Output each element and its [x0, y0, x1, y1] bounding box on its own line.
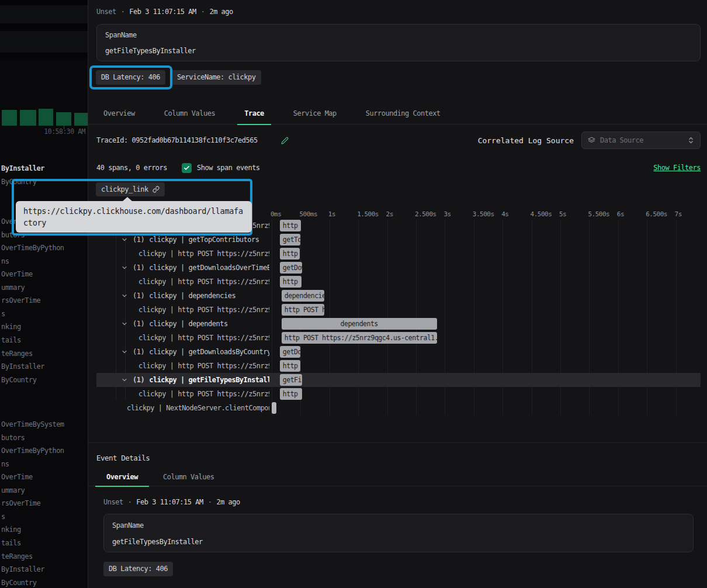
edit-trace-id-icon[interactable]	[281, 137, 289, 144]
correlated-log-source-label: Correlated Log Source	[478, 136, 574, 145]
span-duration-bar[interactable]: getDownloadsOverTimeBySystem	[280, 262, 303, 274]
background-span-item[interactable]: ByCountry	[1, 578, 37, 587]
background-span-item[interactable]: nking	[1, 322, 21, 331]
chevron-down-icon[interactable]	[121, 264, 129, 271]
background-span-item[interactable]: ns	[1, 257, 9, 266]
background-span-item[interactable]: rsOverTime	[1, 296, 40, 305]
span-duration-bar[interactable]: http POST https://z5nrz9qgc4.us-central1…	[280, 276, 302, 288]
background-span-item[interactable]: ByInstaller	[1, 565, 44, 574]
background-span-item[interactable]: OverTimeByPython	[1, 446, 64, 455]
span-duration-bar[interactable]: http POST https://z5nrz9qgc4.us-central1…	[282, 332, 437, 344]
span-duration-bar[interactable]: http POST https://z5nrz9qgc4.us-central1…	[280, 388, 302, 400]
span-row-name: (1)clickpy | dependencies	[96, 289, 269, 303]
db-latency-badge-bottom[interactable]: DB Latency: 406	[103, 562, 173, 576]
event-tab-overview[interactable]: Overview	[95, 469, 149, 486]
event-meta-footer: Unset · Feb 3 11:07:15 AM · 2m ago	[103, 497, 240, 507]
span-duration-bar[interactable]: getFileTypesByInstaller	[280, 374, 302, 386]
span-name-text: clickpy | http POST https://z5nrz9qgc4.u…	[138, 303, 269, 317]
span-row-name: clickpy | http POST https://z5nrz9qgc4.u…	[96, 303, 269, 317]
background-span-item[interactable]: ByInstaller	[1, 362, 44, 371]
chevron-down-icon[interactable]	[121, 292, 129, 299]
span-row[interactable]: (1)clickpy | dependenciesdependencies	[96, 289, 701, 303]
timeline-tick-label: 5.500s	[588, 210, 609, 218]
meta-separator: ·	[128, 497, 132, 507]
span-name-text: clickpy | getDownloadsOverTimeBySystem	[149, 261, 269, 275]
background-span-item[interactable]: OverTime	[1, 269, 33, 279]
tab-trace[interactable]: Trace	[237, 103, 271, 124]
timeline-tick-label: 1s	[328, 210, 335, 218]
span-row[interactable]: clickpy | http POST https://z5nrz9qgc4.u…	[96, 247, 701, 261]
span-name-text: clickpy | http POST https://z5nrz9qgc4.u…	[138, 359, 269, 373]
span-duration-bar[interactable]: http POST https://z5nrz9qgc4.us-central1…	[280, 360, 300, 372]
timeline-tick-label: 0ms	[271, 210, 281, 218]
tab-column-values[interactable]: Column Values	[157, 103, 222, 124]
service-name-badge[interactable]: ServiceName: clickpy	[172, 70, 261, 85]
clickpy-link-badge[interactable]: clickpy_link	[96, 182, 165, 196]
chevron-down-icon[interactable]	[121, 236, 129, 243]
active-tab-underline	[95, 486, 149, 487]
background-panel: 10:58:30 AM ByInstallerByCountryOverTime…	[0, 0, 88, 588]
background-span-item[interactable]: ummary	[1, 283, 25, 292]
show-filters-link[interactable]: Show Filters	[653, 164, 701, 172]
background-span-item[interactable]: ns	[1, 459, 9, 469]
span-duration-bar[interactable]: getTopContributors	[280, 234, 300, 245]
span-row[interactable]: (1)clickpy | getFileTypesByInstallergetF…	[96, 373, 701, 387]
timeline-tick-label: 4.500s	[531, 210, 552, 218]
db-latency-badge[interactable]: DB Latency: 406	[96, 70, 165, 85]
span-row[interactable]: (1)clickpy | getDownloadsByCountrygetDow…	[96, 345, 701, 359]
tab-overview[interactable]: Overview	[96, 103, 142, 124]
background-span-item[interactable]: s	[1, 512, 5, 521]
span-row[interactable]: clickpy | http POST https://z5nrz9qgc4.u…	[96, 387, 701, 401]
span-duration-bar[interactable]: http POST https://z5nrz9qgc4.us-central1…	[282, 304, 324, 316]
span-row[interactable]: (1)clickpy | getDownloadsOverTimeBySyste…	[96, 261, 701, 275]
span-duration-bar[interactable]	[272, 402, 276, 414]
span-duration-bar[interactable]: getDownloadsByCountry	[280, 346, 300, 358]
span-name-text: clickpy | dependents	[149, 317, 228, 331]
tab-surrounding-context[interactable]: Surrounding Context	[359, 103, 448, 124]
span-row[interactable]: clickpy | http POST https://z5nrz9qgc4.u…	[96, 359, 701, 373]
background-span-item[interactable]: tails	[1, 335, 21, 345]
background-span-item[interactable]: OverTimeBySystem	[1, 420, 64, 429]
background-span-item[interactable]: teRanges	[1, 552, 33, 561]
span-duration-bar[interactable]: http POST https://z5nrz9qgc4.us-central1…	[280, 248, 300, 260]
span-row[interactable]: (1)clickpy | dependentsdependents	[96, 317, 701, 331]
event-tab-column-values[interactable]: Column Values	[149, 469, 228, 486]
background-span-item[interactable]: teRanges	[1, 349, 33, 358]
data-source-select[interactable]: Data Source	[581, 132, 701, 149]
span-row-name: clickpy | http POST https://z5nrz9qgc4.u…	[96, 275, 269, 289]
background-span-item[interactable]: ByCountry	[1, 375, 37, 385]
background-span-item[interactable]: ummary	[1, 486, 25, 495]
detail-tabs: Overview Column Values Trace Service Map…	[88, 103, 707, 124]
span-duration-bar[interactable]: dependents	[282, 318, 437, 330]
timeline-tick-label: 2.500s	[415, 210, 436, 218]
background-span-item[interactable]: ByInstaller	[1, 164, 44, 173]
background-span-item[interactable]: tails	[1, 538, 21, 548]
background-span-item[interactable]: rsOverTime	[1, 499, 40, 508]
span-row[interactable]: clickpy | http POST https://z5nrz9qgc4.u…	[96, 275, 701, 289]
span-row[interactable]: clickpy | NextNodeServer.clientComponent…	[96, 401, 701, 415]
background-span-item[interactable]: s	[1, 309, 5, 319]
mini-chart-bar	[20, 110, 36, 126]
background-span-item[interactable]: ByCountry	[1, 177, 37, 186]
span-row[interactable]: clickpy | http POST https://z5nrz9qgc4.u…	[96, 331, 701, 345]
chevron-down-icon[interactable]	[121, 320, 129, 327]
chevron-down-icon[interactable]	[121, 376, 129, 383]
span-child-count: (1)	[133, 261, 144, 275]
span-duration-bar[interactable]: dependencies	[282, 290, 324, 302]
background-span-item[interactable]: OverTime	[1, 472, 33, 482]
span-name-text: clickpy | http POST https://z5nrz9qgc4.u…	[138, 275, 269, 289]
background-span-item[interactable]: nking	[1, 525, 21, 534]
timestamp-label: Feb 3 11:07:15 AM	[129, 7, 196, 16]
span-row-name: (1)clickpy | dependents	[96, 317, 269, 331]
background-span-item[interactable]: OverTimeByPython	[1, 243, 64, 253]
background-span-item[interactable]: butors	[1, 433, 25, 442]
span-row-name: clickpy | http POST https://z5nrz9qgc4.u…	[96, 247, 269, 261]
span-row[interactable]: (1)clickpy | getTopContributorsgetTopCon…	[96, 233, 701, 247]
span-row[interactable]: clickpy | http POST https://z5nrz9qgc4.u…	[96, 303, 701, 317]
span-name-field-value: getFileTypesByInstaller	[105, 47, 196, 55]
tab-service-map[interactable]: Service Map	[286, 103, 344, 124]
show-span-events-checkbox[interactable]	[182, 163, 192, 173]
meta-separator: ·	[121, 7, 125, 16]
chevron-down-icon[interactable]	[121, 348, 129, 355]
span-duration-bar[interactable]: http POST https://z5nrz9qgc4.us-central1…	[280, 220, 301, 231]
